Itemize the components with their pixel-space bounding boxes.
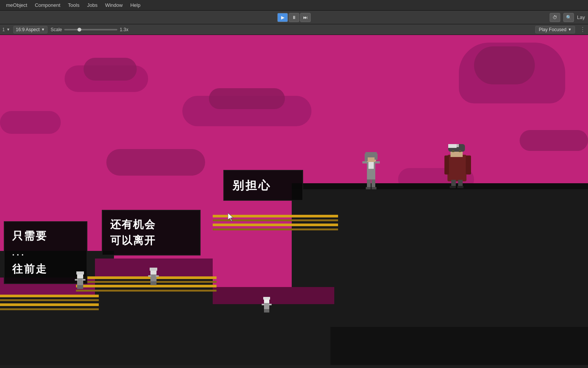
svg-rect-21 [450, 186, 456, 188]
cloud-3b [209, 88, 285, 109]
svg-rect-36 [156, 275, 159, 277]
play-icon: ▶ [281, 15, 285, 20]
history-icon: ⏱ [553, 15, 557, 20]
svg-rect-12 [447, 155, 466, 181]
scale-slider[interactable] [64, 29, 117, 30]
svg-rect-11 [368, 162, 374, 169]
dialog-box-3: 别担心 [223, 170, 303, 201]
play-focused-button[interactable]: Play Focused ▼ [535, 26, 575, 33]
svg-rect-37 [150, 281, 153, 285]
gold-stripe-2c [76, 285, 217, 287]
scale-label: Scale [51, 27, 62, 32]
gold-stripe-1c [0, 303, 99, 306]
search-button[interactable]: 🔍 [563, 13, 574, 22]
pause-icon: ⏸ [292, 15, 296, 20]
svg-rect-42 [262, 304, 264, 305]
svg-rect-40 [263, 297, 270, 300]
dialog-1-line3: 往前走 [12, 261, 79, 277]
menu-gameobject[interactable]: meObject [3, 2, 30, 9]
menu-jobs[interactable]: Jobs [84, 2, 100, 9]
svg-rect-10 [371, 187, 376, 189]
scale-value: 1.3x [120, 27, 128, 32]
gold-stripe-3d [213, 228, 338, 230]
svg-rect-35 [148, 275, 151, 277]
platform-right-bottom [330, 327, 588, 365]
play-button[interactable]: ▶ [277, 13, 288, 22]
gold-stripe-3 [213, 215, 338, 217]
svg-rect-17 [444, 155, 449, 174]
display-chevron: ▼ [6, 27, 10, 32]
cloud-7 [520, 130, 588, 151]
dialog-2-line1: 还有机会 [110, 217, 192, 233]
svg-rect-28 [75, 279, 78, 281]
pause-button[interactable]: ⏸ [289, 13, 299, 22]
svg-rect-18 [466, 155, 471, 174]
svg-rect-3 [365, 154, 368, 161]
platform-right-top-edge [292, 183, 588, 189]
cloud-1b [474, 46, 535, 84]
svg-rect-15 [448, 144, 457, 148]
svg-rect-41 [264, 303, 269, 309]
aspect-label: 16:9 Aspect [16, 27, 40, 32]
play-focused-label: Play Focused [539, 27, 566, 32]
gold-stripe-3c [213, 224, 338, 226]
svg-rect-22 [457, 186, 463, 188]
menu-bar: meObject Component Tools Jobs Window Hel… [0, 0, 588, 11]
menu-help[interactable]: Help [127, 2, 144, 9]
svg-rect-45 [267, 309, 269, 312]
platform-center-bottom [213, 304, 334, 365]
toolbar-right: ⏱ 🔍 Lay [550, 13, 585, 22]
gold-stripe-2 [76, 276, 217, 279]
aspect-dropdown[interactable]: 16:9 Aspect ▼ [13, 26, 48, 33]
gold-stripe-3b [213, 219, 338, 221]
character-small-3 [261, 297, 273, 313]
dialog-1-line1: 只需要 [12, 228, 79, 244]
gold-stripe-2b [76, 281, 217, 283]
dialog-3-line1: 别担心 [232, 177, 294, 194]
svg-rect-31 [80, 285, 83, 289]
menu-tools[interactable]: Tools [65, 2, 82, 9]
svg-rect-5 [362, 161, 367, 163]
character-1 [361, 149, 382, 191]
svg-rect-38 [153, 281, 156, 285]
main-toolbar: ▶ ⏸ ⏭ ⏱ 🔍 Lay [0, 11, 588, 24]
cloud-5 [106, 149, 205, 176]
display-number: 1 [2, 27, 5, 32]
scale-thumb[interactable] [77, 28, 81, 32]
dialog-box-2: 还有机会 可以离开 [102, 210, 201, 255]
svg-rect-29 [82, 279, 85, 281]
menu-window[interactable]: Window [102, 2, 126, 9]
svg-rect-33 [150, 268, 157, 271]
svg-rect-23 [452, 150, 454, 152]
svg-rect-44 [264, 309, 267, 312]
svg-rect-16 [457, 144, 459, 147]
search-icon: 🔍 [566, 15, 572, 20]
step-icon: ⏭ [303, 15, 308, 20]
aspect-chevron: ▼ [41, 27, 45, 32]
game-toolbar: 1 ▼ 16:9 Aspect ▼ Scale 1.3x Play Focuse… [0, 24, 588, 35]
layers-label: Lay [577, 14, 585, 20]
svg-rect-6 [375, 161, 380, 163]
dialog-1-line2: ... [12, 246, 79, 259]
step-button[interactable]: ⏭ [300, 13, 311, 22]
platform-center-purple [213, 287, 334, 304]
svg-rect-4 [375, 154, 378, 160]
menu-component[interactable]: Component [32, 2, 63, 9]
more-options-icon[interactable]: ⋮ [580, 26, 586, 33]
scale-control: Scale 1.3x [51, 27, 128, 32]
character-2 [444, 143, 475, 189]
gold-stripe-1 [0, 295, 99, 297]
game-viewport[interactable]: 只需要 ... 往前走 还有机会 可以离开 别担心 [0, 35, 588, 365]
play-focused-chevron: ▼ [568, 27, 572, 32]
svg-rect-30 [77, 285, 80, 289]
svg-rect-9 [366, 187, 371, 189]
cloud-4 [0, 111, 61, 134]
character-small-1 [74, 271, 86, 289]
svg-rect-26 [76, 271, 84, 274]
svg-rect-24 [459, 150, 461, 152]
history-button[interactable]: ⏱ [550, 13, 560, 22]
playback-controls: ▶ ⏸ ⏭ [277, 13, 311, 22]
character-small-2 [147, 267, 160, 285]
cloud-2b [84, 58, 137, 81]
gold-stripe-2d [76, 290, 217, 292]
